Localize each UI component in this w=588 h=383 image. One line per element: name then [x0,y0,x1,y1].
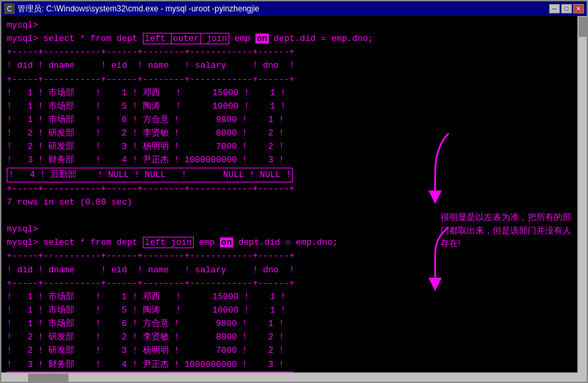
scrollbar-vertical[interactable] [577,16,587,372]
table-row: ! 1 ! 市场部 ! 5 ! 陶涛 ! 10000 ! 1 ! [7,100,572,113]
prompt-q2: mysql> [7,237,44,248]
divider-mid-2: +-----+-----------+------+--------+-----… [7,277,572,290]
rowcount-1: 7 rows in set (0.00 sec) [7,196,572,209]
close-button[interactable]: ✕ [573,4,584,13]
minimize-button[interactable]: ─ [549,4,560,13]
terminal-scroll: mysql> mysql> select * from dept left ou… [1,16,577,372]
title-bar-buttons: ─ □ ✕ [549,4,584,13]
prompt-line-1: mysql> [7,19,572,32]
table-row: ! 3 ! 财务部 ! 4 ! 尹正杰 ! 1000000000 ! 3 ! [7,358,572,372]
q2-text: select * from dept [44,237,143,248]
kw-left-join: left join [143,237,194,248]
table-row: ! 2 ! 研发部 ! 2 ! 李贤敏 ! 8000 ! 2 ! [7,331,572,344]
table-row: ! 1 ! 市场部 ! 6 ! 方合意 ! 9800 ! 1 ! [7,317,572,331]
prompt-q1: mysql> [7,34,44,44]
title-bar-text: 管理员: C:\Windows\system32\cmd.exe - mysql… [17,3,259,15]
table-row: ! 1 ! 市场部 ! 6 ! 方合意 ! 9800 ! 1 ! [7,113,572,127]
table-row: ! 1 ! 市场部 ! 5 ! 陶涛 ! 10000 ! 1 ! [7,304,572,317]
scrollbar-corner [577,372,587,382]
divider-mid-1: +-----+-----------+------+--------+-----… [7,73,572,87]
header-2: ! did ! dname ! eid ! name ! salary ! dn… [7,264,572,277]
query-line-1: mysql> select * from dept left outer joi… [7,32,572,46]
prompt-1: mysql> [7,20,38,30]
prompt-2: mysql> [7,224,38,234]
table-row: ! 1 ! 市场部 ! 1 ! 邓西 ! 15000 ! 1 ! [7,290,572,304]
main-window: C 管理员: C:\Windows\system32\cmd.exe - mys… [0,0,588,383]
q2-rest: dept.did = emp.dno; [233,237,338,248]
table-row: ! 1 ! 市场部 ! 1 ! 邓西 ! 15000 ! 1 ! [7,87,572,100]
q1-mid: emp [229,34,255,44]
divider-top-1: +-----+-----------+------+--------+-----… [7,46,572,59]
cmd-icon: C [7,5,11,13]
scrollbar-horizontal[interactable] [1,372,577,382]
q1-rest: dept.did = emp.dno; [269,34,373,44]
annotation-text: 很明显是以左表为准，把所有的部门都取出来，但是该部门并没有人存在! [440,211,575,250]
table-row: ! 3 ! 财务部 ! 4 ! 尹正杰 ! 1000000000 ! 3 ! [7,154,572,167]
maximize-button[interactable]: □ [561,4,572,13]
title-bar-left: C 管理员: C:\Windows\system32\cmd.exe - mys… [4,3,259,15]
kw-on-1: on [255,34,269,44]
null-row-1: ! 4 ! 后勤部 ! NULL ! NULL ! NULL ! NULL ! [7,168,293,182]
table-row: ! 2 ! 研发部 ! 3 ! 杨明明 ! 7000 ! 2 ! [7,344,572,358]
kw-on-2: on [220,237,233,248]
scrollbar-v-thumb[interactable] [579,17,587,37]
table-row: ! 2 ! 研发部 ! 3 ! 杨明明 ! 7000 ! 2 ! [7,140,572,154]
terminal: mysql> mysql> select * from dept left ou… [1,16,587,382]
kw-left-outer: left outer join [143,33,229,44]
q2-mid: emp [194,237,220,248]
q1-text: select * from dept [44,34,143,44]
title-bar: C 管理员: C:\Windows\system32\cmd.exe - mys… [1,1,587,16]
kw-outer: outer [171,33,201,44]
divider-bot-1: +-----+-----------+------+--------+-----… [7,182,572,196]
table-row: ! 2 ! 研发部 ! 2 ! 李贤敏 ! 8000 ! 2 ! [7,127,572,140]
header-1: ! did ! dname ! eid ! name ! salary ! dn… [7,59,572,72]
scrollbar-h-thumb[interactable] [28,374,68,382]
title-bar-icon: C [4,3,15,14]
divider-top-2: +-----+-----------+------+--------+-----… [7,250,572,263]
